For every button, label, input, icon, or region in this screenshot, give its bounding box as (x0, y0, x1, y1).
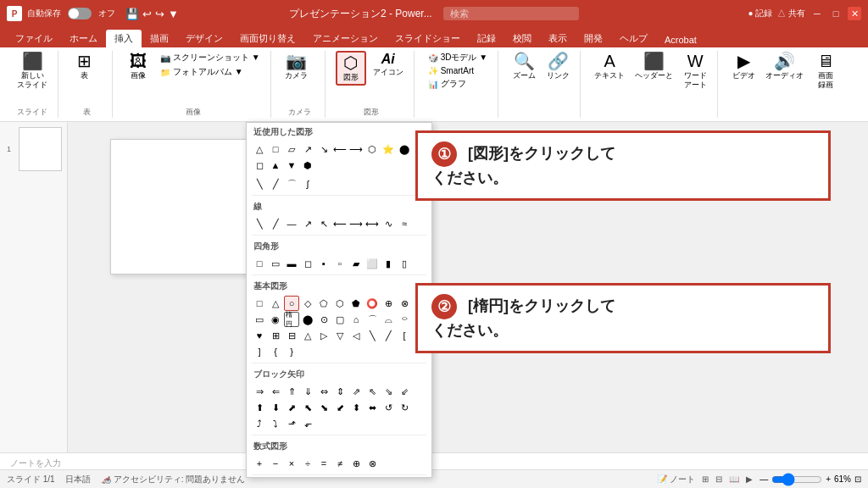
shape-item[interactable]: { (268, 344, 283, 359)
shape-item[interactable]: ◉ (268, 312, 283, 327)
shape-item[interactable]: ▱ (284, 141, 299, 157)
undo-icon[interactable]: ↩ (142, 8, 152, 20)
3d-model-button[interactable]: 🎲 3Dモデル ▼ (425, 51, 491, 64)
shape-item[interactable]: − (268, 456, 283, 471)
shape-item[interactable]: ▼ (284, 158, 299, 173)
shape-item[interactable]: ◻ (252, 158, 267, 173)
tab-file[interactable]: ファイル (7, 30, 61, 47)
shape-item[interactable]: ⌒ (284, 176, 299, 191)
zoom-fit-button[interactable]: ⊡ (854, 474, 861, 484)
tab-transitions[interactable]: 画面切り替え (231, 30, 304, 47)
shape-item[interactable]: ↘ (316, 141, 331, 157)
shape-item[interactable]: ⬏ (284, 416, 299, 431)
slide-thumbnail[interactable] (19, 127, 62, 171)
shape-item[interactable]: ⬤ (300, 312, 315, 327)
shape-item[interactable]: ≠ (332, 456, 348, 471)
more-icon[interactable]: ▼ (168, 8, 179, 20)
shape-item[interactable]: — (284, 216, 299, 231)
shape-item[interactable]: ↺ (381, 400, 396, 415)
shape-item[interactable]: ⟶ (348, 141, 364, 157)
zoom-button[interactable]: 🔍 ズーム (509, 51, 539, 82)
shape-item[interactable]: ⟷ (364, 216, 380, 231)
shape-item[interactable]: ⌓ (381, 312, 396, 327)
shape-item[interactable]: ⬊ (316, 400, 331, 415)
shape-item[interactable]: ∿ (381, 216, 396, 231)
shape-item[interactable]: × (284, 456, 299, 471)
shape-item[interactable]: ╲ (252, 216, 267, 231)
tab-help[interactable]: ヘルプ (611, 30, 656, 47)
shape-item[interactable]: ↻ (397, 400, 412, 415)
shape-item[interactable]: ⇕ (332, 384, 348, 399)
shape-item[interactable]: ⇗ (348, 384, 364, 399)
shape-item[interactable]: ▬ (284, 256, 299, 271)
tab-insert[interactable]: 挿入 (106, 30, 142, 47)
shape-item[interactable]: ⬇ (268, 400, 283, 415)
shape-item[interactable]: ⊗ (397, 296, 412, 311)
shape-item[interactable]: ╱ (381, 328, 396, 343)
shape-item[interactable]: ↖ (316, 216, 331, 231)
shape-item[interactable]: } (284, 344, 299, 359)
shape-item[interactable]: ⇙ (397, 384, 412, 399)
shape-item[interactable]: ⟶ (348, 216, 364, 231)
header-button[interactable]: ⬛ ヘッダーと (632, 51, 676, 82)
view-slide-sorter-button[interactable]: ⊟ (715, 474, 722, 484)
shape-item[interactable]: ╱ (268, 216, 283, 231)
shape-item[interactable]: ⊗ (364, 456, 380, 471)
shape-item[interactable]: □ (252, 296, 267, 311)
shape-item[interactable]: ▮ (381, 256, 396, 271)
shape-item[interactable]: ↗ (300, 141, 315, 157)
image-button[interactable]: 🖼 画像 (123, 51, 153, 82)
tab-home[interactable]: ホーム (61, 30, 106, 47)
shape-item[interactable]: □ (268, 141, 283, 157)
shape-item[interactable]: ⇔ (316, 384, 331, 399)
shape-item[interactable]: 楕円 (284, 312, 299, 327)
photo-album-button[interactable]: 📁 フォトアルバム ▼ (157, 65, 264, 79)
ellipse-shape-item[interactable]: ○ (284, 296, 299, 311)
shape-item[interactable]: ▢ (332, 312, 348, 327)
camera-button[interactable]: 📷 カメラ (281, 51, 312, 82)
shape-item[interactable]: ◻ (300, 256, 315, 271)
shape-item[interactable]: ⟵ (332, 141, 348, 157)
shape-item[interactable]: ⇘ (381, 384, 396, 399)
shape-item[interactable]: ♥ (252, 328, 267, 343)
shape-item[interactable]: ⇑ (284, 384, 299, 399)
minimize-button[interactable]: ─ (810, 7, 824, 20)
shape-item[interactable]: ⬌ (364, 400, 380, 415)
shape-item[interactable]: ▭ (252, 312, 267, 327)
tab-design[interactable]: デザイン (177, 30, 231, 47)
shape-item[interactable]: ⬤ (397, 141, 412, 157)
link-button[interactable]: 🔗 リンク (542, 51, 573, 82)
shape-item[interactable]: ⌂ (348, 312, 364, 327)
shape-item[interactable]: = (316, 456, 331, 471)
shape-item[interactable]: ⊕ (381, 296, 396, 311)
maximize-button[interactable]: □ (829, 7, 843, 20)
video-button[interactable]: ▶ ビデオ (728, 51, 759, 82)
tab-draw[interactable]: 描画 (142, 30, 177, 47)
shape-item[interactable]: ⊙ (316, 312, 331, 327)
shape-item[interactable]: ⊕ (348, 456, 364, 471)
view-presentation-button[interactable]: ▶ (746, 474, 753, 484)
shape-item[interactable]: ⬉ (300, 400, 315, 415)
shape-item[interactable]: ↗ (300, 216, 315, 231)
close-button[interactable]: ✕ (848, 7, 861, 20)
shape-item[interactable]: ⭕ (364, 296, 380, 311)
shape-item[interactable]: ⇓ (300, 384, 315, 399)
save-icon[interactable]: 💾 (125, 8, 139, 20)
shape-item[interactable]: ⟵ (332, 216, 348, 231)
search-input[interactable] (443, 7, 579, 20)
shape-item[interactable]: ] (252, 344, 267, 359)
zoom-out-button[interactable]: — (760, 474, 768, 484)
shape-item[interactable]: ⌔ (397, 312, 412, 327)
textbox-button[interactable]: A テキスト (591, 51, 628, 82)
shape-item[interactable]: ◇ (300, 296, 315, 311)
record-button[interactable]: ● 記録 (748, 8, 772, 19)
shape-item[interactable]: ∫ (300, 176, 315, 191)
shape-item[interactable]: ▪ (316, 256, 331, 271)
shape-item[interactable]: ⬆ (252, 400, 267, 415)
shape-item[interactable]: △ (300, 328, 315, 343)
shape-item[interactable]: ⬠ (316, 296, 331, 311)
new-slide-button[interactable]: ⬛ 新しいスライド (14, 51, 51, 92)
shape-item[interactable]: + (252, 456, 267, 471)
shape-item[interactable]: ⬡ (364, 141, 380, 157)
shape-item[interactable]: ▽ (332, 328, 348, 343)
